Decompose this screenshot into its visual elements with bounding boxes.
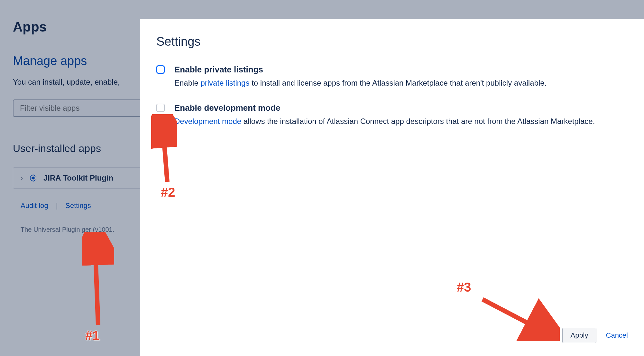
private-listings-label: Enable private listings: [174, 65, 628, 75]
development-mode-link[interactable]: Development mode: [174, 117, 241, 126]
development-mode-row: Enable development mode Development mode…: [156, 103, 628, 127]
cancel-button[interactable]: Cancel: [606, 331, 628, 340]
development-mode-content: Enable development mode Development mode…: [174, 103, 628, 127]
development-mode-checkbox[interactable]: [156, 104, 165, 112]
private-listings-row: Enable private listings Enable private l…: [156, 65, 628, 89]
modal-title: Settings: [156, 35, 628, 49]
development-mode-label: Enable development mode: [174, 103, 628, 113]
private-listings-description: Enable private listings to install and l…: [174, 77, 628, 89]
settings-modal: Settings Enable private listings Enable …: [140, 19, 644, 356]
private-listings-content: Enable private listings Enable private l…: [174, 65, 628, 89]
modal-footer: Apply Cancel: [156, 328, 628, 343]
private-listings-checkbox[interactable]: [156, 65, 165, 74]
private-listings-link[interactable]: private listings: [200, 79, 249, 87]
development-mode-description: Development mode allows the installation…: [174, 116, 628, 127]
apply-button[interactable]: Apply: [562, 328, 596, 343]
